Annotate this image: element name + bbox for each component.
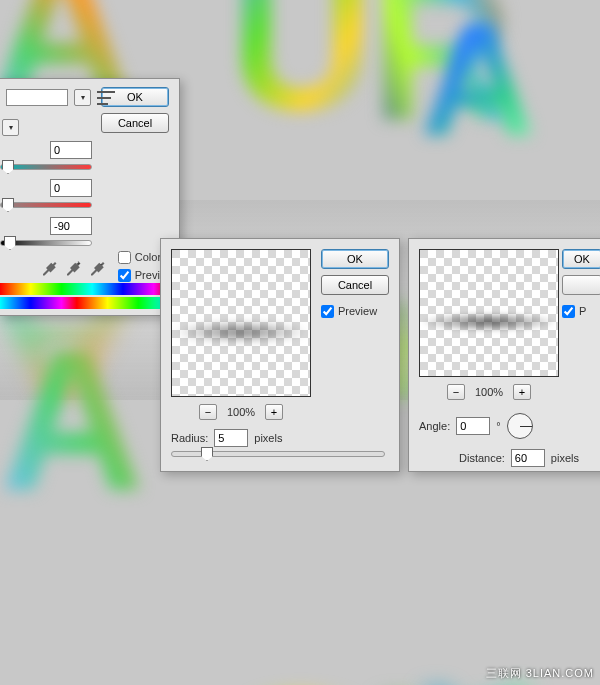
edit-range-dropdown[interactable]: ▾	[2, 119, 19, 136]
saturation-value-input[interactable]	[50, 179, 92, 197]
cancel-button-cropped[interactable]	[562, 275, 600, 295]
radius-unit: pixels	[254, 432, 282, 444]
angle-dial[interactable]	[507, 413, 533, 439]
zoom-level: 100%	[227, 406, 255, 418]
radius-label: Radius:	[171, 432, 208, 444]
bg-text-u3: U	[230, 670, 374, 685]
ok-button[interactable]: OK	[321, 249, 389, 269]
distance-label: Distance:	[459, 452, 505, 464]
zoom-in-button[interactable]: +	[513, 384, 531, 400]
lightness-slider[interactable]	[0, 238, 92, 248]
svg-text:+: +	[76, 259, 81, 268]
ok-button[interactable]: OK	[562, 249, 600, 269]
angle-degree-symbol: °	[496, 420, 500, 432]
preview-label: P	[579, 305, 586, 317]
colorize-checkbox[interactable]	[118, 251, 131, 264]
lightness-value-input[interactable]	[50, 217, 92, 235]
preset-dropdown[interactable]: ▾	[74, 89, 91, 106]
eyedropper-add-icon[interactable]: +	[64, 259, 82, 277]
radius-slider[interactable]	[171, 449, 385, 459]
motion-blur-dialog: OK P − 100% + Angle: ° Distance: pixels	[408, 238, 600, 472]
preset-swatch[interactable]	[6, 89, 68, 106]
distance-input[interactable]	[511, 449, 545, 467]
filter-preview[interactable]	[171, 249, 311, 397]
cancel-button[interactable]: Cancel	[101, 113, 169, 133]
preview-checkbox[interactable]	[562, 305, 575, 318]
angle-label: Angle:	[419, 420, 450, 432]
preset-options-icon[interactable]	[97, 91, 115, 105]
preview-checkbox[interactable]	[321, 305, 334, 318]
eyedropper-subtract-icon[interactable]: -	[88, 259, 106, 277]
angle-input[interactable]	[456, 417, 490, 435]
zoom-out-button[interactable]: −	[199, 404, 217, 420]
hue-slider[interactable]	[0, 162, 92, 172]
hue-spectrum-after	[0, 297, 169, 309]
cancel-button[interactable]: Cancel	[321, 275, 389, 295]
eyedropper-icon[interactable]	[40, 259, 58, 277]
filter-preview[interactable]	[419, 249, 559, 377]
bg-text-r: R	[370, 0, 514, 150]
zoom-out-button[interactable]: −	[447, 384, 465, 400]
radius-input[interactable]	[214, 429, 248, 447]
saturation-slider[interactable]	[0, 200, 92, 210]
preview-checkbox[interactable]	[118, 269, 131, 282]
zoom-in-button[interactable]: +	[265, 404, 283, 420]
preview-label: Preview	[338, 305, 377, 317]
bg-text-a2: A	[420, 0, 536, 160]
hue-value-input[interactable]	[50, 141, 92, 159]
hue-saturation-dialog: OK Cancel ▾ ▾	[0, 78, 180, 316]
zoom-level: 100%	[475, 386, 503, 398]
gaussian-blur-dialog: OK Cancel Preview − 100% + Radius: pixel…	[160, 238, 400, 472]
hue-spectrum-before	[0, 283, 169, 295]
bg-text-u: U	[230, 0, 374, 140]
watermark: 三联网 3LIAN.COM	[486, 666, 594, 681]
distance-unit: pixels	[551, 452, 579, 464]
